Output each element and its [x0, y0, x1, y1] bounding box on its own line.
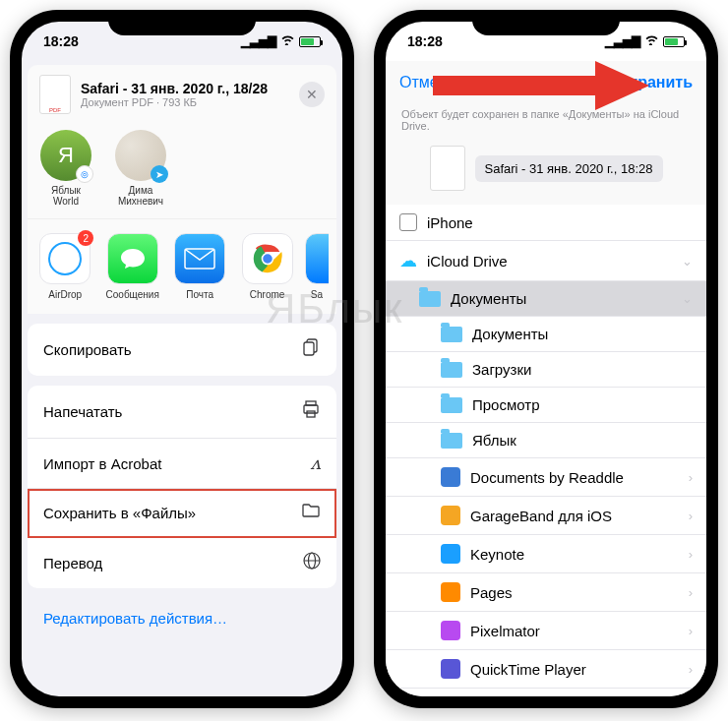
contact-yablyk[interactable]: Я ◎ Яблык World: [37, 130, 94, 207]
app-label: Sa: [305, 289, 329, 300]
svg-rect-7: [304, 342, 314, 355]
battery-icon: [663, 36, 685, 47]
folder-item[interactable]: Просмотр: [386, 388, 706, 423]
svg-rect-9: [304, 405, 318, 413]
safari-icon: [305, 233, 329, 284]
action-print[interactable]: Напечатать: [28, 386, 336, 439]
app-folder-item[interactable]: Scan›: [386, 689, 706, 696]
folder-label: Документы: [472, 326, 548, 342]
signal-icon: ▁▃▅▇: [241, 34, 276, 48]
app-folder-item[interactable]: GarageBand для iOS›: [386, 497, 706, 535]
app-label: Почта: [170, 289, 229, 300]
location-iphone[interactable]: iPhone: [386, 205, 706, 241]
filename-chip[interactable]: Safari - 31 янв. 2020 г., 18:28: [475, 155, 663, 182]
folder-icon: [441, 433, 462, 449]
notch: [108, 10, 256, 35]
app-icon: [441, 506, 460, 525]
app-label: Сообщения: [102, 289, 161, 300]
telegram-badge-icon: ➤: [151, 165, 168, 183]
svg-rect-10: [307, 411, 315, 417]
folder-label: Keynote: [470, 546, 524, 563]
contact-label: Яблык World: [37, 185, 94, 207]
phone-right: 18:28 ▁▃▅▇ Отменить Сохранить Объект буд…: [374, 10, 718, 708]
apps-row: 2 AirDrop Сообщения Почта: [28, 219, 336, 314]
action-translate[interactable]: Перевод: [28, 538, 336, 588]
chevron-right-icon: ›: [689, 509, 693, 523]
app-folder-item[interactable]: QuickTime Player›: [386, 650, 706, 689]
app-folder-item[interactable]: Keynote›: [386, 535, 706, 573]
action-acrobat[interactable]: Импорт в Acrobat ᴧ: [28, 439, 336, 489]
red-arrow-annotation: [433, 61, 649, 114]
folder-label: Загрузки: [472, 361, 531, 378]
file-thumbnail: [430, 146, 465, 191]
app-label: AirDrop: [35, 289, 94, 300]
app-chrome[interactable]: Chrome: [237, 233, 296, 300]
action-label: Скопировать: [43, 341, 132, 358]
close-button[interactable]: ✕: [299, 82, 325, 107]
action-label: Перевод: [43, 555, 102, 571]
wifi-icon: [280, 34, 295, 48]
avatar: Я ◎: [40, 130, 91, 181]
chrome-icon: [242, 233, 293, 284]
folder-label: Яблык: [472, 432, 516, 449]
phone-left: 18:28 ▁▃▅▇ PDF Safari - 31 янв. 2020 г.,…: [10, 10, 354, 708]
app-mail[interactable]: Почта: [170, 233, 229, 300]
app-icon: [441, 544, 460, 564]
svg-marker-1: [595, 61, 649, 110]
document-thumbnail: PDF: [39, 75, 71, 114]
badge-count: 2: [78, 230, 93, 246]
battery-icon: [299, 36, 321, 47]
document-meta: Документ PDF · 793 КБ: [81, 96, 268, 108]
app-airdrop[interactable]: 2 AirDrop: [35, 233, 94, 300]
action-save-to-files[interactable]: Сохранить в «Файлы»: [28, 489, 336, 538]
contact-label: Дима Михневич: [112, 185, 169, 207]
folder-item[interactable]: Загрузки: [386, 352, 706, 388]
cloud-icon: ☁: [399, 250, 417, 271]
chevron-down-icon: ⌄: [682, 254, 693, 269]
location-label: Документы: [451, 290, 526, 307]
app-messages[interactable]: Сообщения: [102, 233, 161, 300]
printer-icon: [301, 399, 321, 424]
action-label: Сохранить в «Файлы»: [43, 505, 196, 521]
chevron-right-icon: ›: [689, 585, 693, 600]
app-icon: [441, 467, 460, 487]
status-time: 18:28: [407, 33, 443, 49]
action-label: Напечатать: [43, 403, 122, 420]
folder-item[interactable]: Яблык: [386, 423, 706, 458]
app-safari-partial[interactable]: Sa: [305, 233, 329, 300]
app-folder-item[interactable]: Pixelmator›: [386, 612, 706, 650]
acrobat-icon: ᴧ: [311, 452, 321, 474]
chevron-down-icon: ⌄: [682, 291, 693, 306]
action-copy[interactable]: Скопировать: [28, 324, 336, 376]
chevron-right-icon: ›: [689, 662, 693, 677]
app-icon: [441, 659, 460, 679]
location-list: iPhone ☁ iCloud Drive ⌄ Документы ⌄ Доку…: [386, 205, 706, 696]
folder-item[interactable]: Документы: [386, 317, 706, 352]
app-folder-item[interactable]: Documents by Readdle›: [386, 458, 706, 497]
notch: [472, 10, 620, 35]
mail-icon: [174, 233, 225, 284]
location-label: iPhone: [427, 214, 473, 231]
svg-rect-0: [433, 76, 600, 95]
folder-label: GarageBand для iOS: [470, 508, 612, 524]
app-icon: [441, 582, 460, 602]
folder-icon: [419, 291, 441, 307]
folder-label: Pixelmator: [470, 623, 540, 639]
folder-label: Documents by Readdle: [470, 469, 624, 486]
avatar: ➤: [115, 130, 166, 181]
chevron-right-icon: ›: [689, 547, 693, 562]
folder-icon: [441, 327, 462, 342]
edit-actions-link[interactable]: Редактировать действия…: [28, 598, 336, 638]
location-icloud[interactable]: ☁ iCloud Drive ⌄: [386, 241, 706, 281]
app-folder-item[interactable]: Pages›: [386, 573, 706, 612]
location-documents-selected[interactable]: Документы ⌄: [386, 281, 706, 317]
app-icon: [441, 621, 460, 640]
wifi-icon: [644, 34, 659, 48]
action-label: Импорт в Acrobat: [43, 455, 161, 472]
airdrop-icon: 2: [39, 233, 91, 284]
folder-icon: [301, 503, 321, 523]
chevron-right-icon: ›: [689, 624, 693, 638]
copy-icon: [301, 337, 321, 362]
folder-label: QuickTime Player: [470, 661, 586, 678]
contact-dima[interactable]: ➤ Дима Михневич: [112, 130, 169, 207]
